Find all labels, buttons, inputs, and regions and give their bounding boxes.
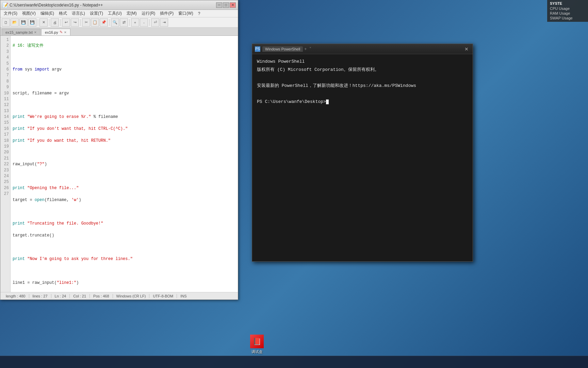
code-line-10: [13, 150, 236, 155]
minimize-button[interactable]: ─: [216, 2, 222, 8]
ps-close-button[interactable]: ✕: [463, 46, 470, 52]
toolbar-save-all[interactable]: 💾: [28, 18, 36, 27]
code-line-20: [13, 268, 236, 274]
desktop-icon-pdf[interactable]: 📕 调试盒: [245, 335, 269, 354]
desktop: SYSTE CPU Usage RAM Usage SWAP Usage 📝 C…: [0, 0, 588, 368]
status-length: length : 480: [2, 294, 29, 298]
menu-file[interactable]: 文件(S): [2, 10, 19, 17]
menu-view[interactable]: 视图(V): [20, 10, 38, 17]
toolbar-replace[interactable]: ⇄: [120, 18, 128, 27]
toolbar-zoom-out[interactable]: -: [140, 18, 148, 27]
status-eol: Windows (CR LF): [113, 294, 150, 298]
ps-tab-arrow[interactable]: ˅: [308, 47, 313, 51]
notepad-tabs: ex15_sample.txt ✕ ex16.py ✎ ✕: [0, 28, 238, 36]
ps-app-icon: PS: [255, 46, 260, 52]
status-encoding: UTF-8-BOM: [149, 294, 177, 298]
notepad-app-icon: 📝: [2, 2, 8, 8]
swap-usage-item[interactable]: SWAP Usage: [550, 16, 585, 20]
code-line-16: print "Truncating the file. Goodbye!": [13, 221, 236, 227]
menu-help[interactable]: ?: [196, 11, 202, 17]
code-line-9: print "If you do want that, hit RETURN.": [13, 138, 236, 144]
close-button[interactable]: ✕: [230, 2, 236, 8]
tab-ex15-sample[interactable]: ex15_sample.txt ✕: [2, 29, 40, 35]
toolbar-new[interactable]: 🗋: [2, 18, 10, 27]
menu-tools[interactable]: 工具(U): [106, 10, 124, 17]
notepad-menubar: 文件(S) 视图(V) 编辑(E) 格式 语言(L) 设置(T) 工具(U) 宏…: [0, 10, 238, 17]
pdf-icon: 📕: [253, 337, 261, 346]
ps-add-tab[interactable]: +: [303, 47, 308, 51]
notepad-title: C:\Users\wanfe\Desktop\code\ex16.py - No…: [10, 3, 216, 7]
line-numbers: 12345 678910 1112131415 1617181920 21222…: [0, 36, 11, 292]
toolbar-sep-4: [80, 19, 81, 26]
toolbar-open[interactable]: 📂: [11, 18, 19, 27]
ps-content[interactable]: Windows PowerShell 版权所有 (C) Microsoft Co…: [252, 54, 473, 261]
powershell-window: PS Windows PowerShell + ˅ ✕ Windows Powe…: [252, 44, 473, 262]
ps-cursor: [326, 99, 329, 104]
menu-language[interactable]: 语言(L): [70, 10, 87, 17]
toolbar-sep-1: [38, 19, 38, 26]
ram-usage-item[interactable]: RAM Usage: [550, 11, 585, 16]
system-monitor: SYSTE CPU Usage RAM Usage SWAP Usage: [547, 0, 588, 22]
toolbar-sep-6: [129, 19, 130, 26]
tab-close-ex15[interactable]: ✕: [34, 31, 37, 34]
code-line-14: target = open(filename, 'w'): [13, 197, 236, 203]
status-col: Col : 21: [70, 294, 90, 298]
menu-edit[interactable]: 编辑(E): [38, 10, 56, 17]
toolbar-sep-5: [109, 19, 110, 26]
tab-ex16-py[interactable]: ex16.py ✎ ✕: [41, 29, 70, 35]
menu-window[interactable]: 窗口(W): [176, 10, 195, 17]
ps-line-3: [257, 74, 468, 81]
maximize-button[interactable]: □: [223, 2, 229, 8]
tab-label-ex15: ex15_sample.txt: [5, 30, 33, 34]
menu-format[interactable]: 格式: [57, 10, 69, 17]
code-line-19: print "Now I'm going to ask you for thre…: [13, 256, 236, 262]
code-line-2: [13, 55, 236, 61]
toolbar-undo[interactable]: ↩: [62, 18, 70, 27]
cpu-usage-item[interactable]: CPU Usage: [550, 6, 585, 11]
toolbar-close[interactable]: ✕: [39, 18, 48, 27]
code-line-15: [13, 209, 236, 215]
toolbar-wrap[interactable]: ⏎: [151, 18, 159, 27]
taskbar: [0, 356, 588, 368]
code-line-7: print "We're going to erase %r." % filen…: [13, 114, 236, 120]
code-editor[interactable]: # 16: 读写文件 from sys import argv script, …: [11, 36, 238, 292]
toolbar-cut[interactable]: ✂: [82, 18, 90, 27]
status-ln: Ln : 24: [51, 294, 70, 298]
notepad-titlebar: 📝 C:\Users\wanfe\Desktop\code\ex16.py - …: [0, 0, 238, 10]
code-line-12: [13, 173, 236, 179]
desktop-icon-image: 📕: [250, 335, 264, 348]
toolbar-paste[interactable]: 📌: [100, 18, 108, 27]
menu-plugins[interactable]: 插件(P): [158, 10, 176, 17]
toolbar-copy[interactable]: 📋: [91, 18, 99, 27]
toolbar-print[interactable]: 🖨: [51, 18, 59, 27]
menu-macro[interactable]: 宏(M): [125, 10, 139, 17]
ps-active-tab[interactable]: Windows PowerShell: [262, 46, 303, 52]
menu-run[interactable]: 运行(R): [140, 10, 158, 17]
desktop-icon-label: 调试盒: [251, 349, 263, 354]
toolbar-find[interactable]: 🔍: [111, 18, 119, 27]
ps-prompt-text: PS C:\Users\wanfe\Desktop>: [257, 99, 326, 104]
code-line-11: raw_input("?"): [13, 162, 236, 167]
toolbar-redo[interactable]: ↪: [71, 18, 79, 27]
notepad-toolbar: 🗋 📂 💾 💾 ✕ 🖨 ↩ ↪ ✂ 📋 📌 🔍 ⇄ + - ⏎ ⇥: [0, 17, 238, 28]
code-line-8: print "If you don't want that, hit CTRL-…: [13, 126, 236, 132]
code-line-18: [13, 245, 236, 250]
code-line-1: # 16: 读写文件: [13, 43, 236, 49]
toolbar-indent[interactable]: ⇥: [160, 18, 168, 27]
ps-prompt-line: PS C:\Users\wanfe\Desktop>: [257, 98, 468, 105]
toolbar-save[interactable]: 💾: [19, 18, 28, 27]
ps-line-4: 安装最新的 PowerShell，了解新功能和改进！https://aka.ms…: [257, 82, 468, 89]
notepad-content-area: 12345 678910 1112131415 1617181920 21222…: [0, 36, 238, 292]
menu-settings[interactable]: 设置(T): [88, 10, 105, 17]
notepad-statusbar: length : 480 lines : 27 Ln : 24 Col : 21…: [0, 292, 238, 300]
toolbar-zoom-in[interactable]: +: [131, 18, 139, 27]
tab-close-ex16[interactable]: ✕: [64, 31, 67, 34]
notepad-window: 📝 C:\Users\wanfe\Desktop\code\ex16.py - …: [0, 0, 238, 300]
code-line-6: [13, 102, 236, 108]
code-line-4: [13, 79, 236, 85]
code-line-13: print "Opening the file...": [13, 185, 236, 191]
tab-modified-indicator: ✎: [60, 30, 63, 34]
code-line-5: script, filename = argv: [13, 91, 236, 96]
tab-label-ex16: ex16.py: [45, 30, 58, 34]
toolbar-sep-2: [49, 19, 49, 26]
